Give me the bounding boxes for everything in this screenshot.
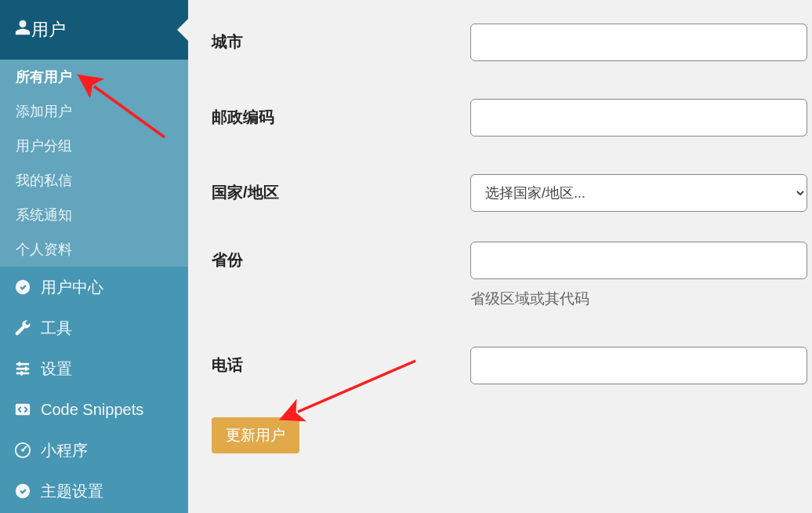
sidebar-item-tools[interactable]: 工具: [0, 307, 188, 348]
svg-rect-6: [20, 371, 23, 376]
submenu-all-users[interactable]: 所有用户: [0, 60, 188, 94]
postcode-input[interactable]: [470, 99, 807, 136]
row-postcode: 邮政编码: [212, 99, 812, 136]
province-input[interactable]: [470, 242, 807, 279]
sidebar-item-label: 用户中心: [41, 277, 103, 298]
user-icon: [14, 19, 31, 41]
update-user-button[interactable]: 更新用户: [212, 417, 299, 453]
submenu-system-notices[interactable]: 系统通知: [0, 198, 188, 232]
check-circle-icon: [14, 482, 36, 500]
code-icon: [14, 401, 36, 418]
row-phone: 电话: [212, 347, 812, 384]
svg-rect-2: [16, 368, 30, 370]
gauge-icon: [14, 442, 36, 459]
svg-rect-5: [25, 366, 27, 371]
province-helper-text: 省级区域或其代码: [470, 289, 812, 309]
sidebar-current-label: 用户: [31, 18, 66, 42]
sidebar-item-label: Code Snippets: [41, 401, 143, 419]
svg-point-0: [16, 280, 30, 294]
submenu-profile[interactable]: 个人资料: [0, 232, 188, 267]
svg-point-9: [21, 449, 24, 452]
row-province: 省份 省级区域或其代码: [212, 242, 812, 309]
svg-point-10: [16, 484, 30, 498]
sidebar-item-miniprogram[interactable]: 小程序: [0, 430, 188, 471]
user-edit-form: 城市 邮政编码 国家/地区 选择国家/地区... 省份 省级区域或其代码: [188, 0, 812, 513]
sidebar-item-label: 工具: [41, 318, 72, 339]
label-province: 省份: [212, 242, 470, 271]
sidebar-item-theme-settings[interactable]: 主题设置: [0, 471, 188, 511]
svg-rect-4: [19, 362, 21, 366]
sliders-icon: [14, 360, 36, 377]
sidebar-item-label: 主题设置: [41, 481, 103, 502]
sidebar-item-user-center[interactable]: 用户中心: [0, 267, 188, 307]
sidebar-submenu: 所有用户 添加用户 用户分组 我的私信 系统通知 个人资料: [0, 60, 188, 267]
sidebar-current-users[interactable]: 用户: [0, 0, 188, 60]
sidebar-item-settings[interactable]: 设置: [0, 348, 188, 389]
sidebar-item-label: 小程序: [41, 440, 88, 461]
active-menu-notch: [177, 19, 188, 41]
row-city: 城市: [212, 24, 812, 61]
sidebar-item-label: 设置: [41, 358, 72, 380]
label-city: 城市: [212, 24, 470, 53]
sidebar-item-code-snippets[interactable]: Code Snippets: [0, 389, 188, 430]
country-select[interactable]: 选择国家/地区...: [470, 174, 807, 212]
wrench-icon: [14, 319, 36, 337]
label-phone: 电话: [212, 347, 470, 376]
submenu-my-messages[interactable]: 我的私信: [0, 163, 188, 198]
label-postcode: 邮政编码: [212, 99, 470, 128]
admin-sidebar: 用户 所有用户 添加用户 用户分组 我的私信 系统通知 个人资料 用户中心 工具: [0, 0, 188, 513]
submenu-user-groups[interactable]: 用户分组: [0, 129, 188, 163]
phone-input[interactable]: [470, 347, 807, 384]
label-country: 国家/地区: [212, 174, 470, 203]
city-input[interactable]: [470, 24, 807, 61]
check-circle-icon: [14, 278, 36, 296]
submenu-add-user[interactable]: 添加用户: [0, 94, 188, 129]
row-country: 国家/地区 选择国家/地区...: [212, 174, 812, 212]
svg-rect-1: [16, 363, 30, 366]
